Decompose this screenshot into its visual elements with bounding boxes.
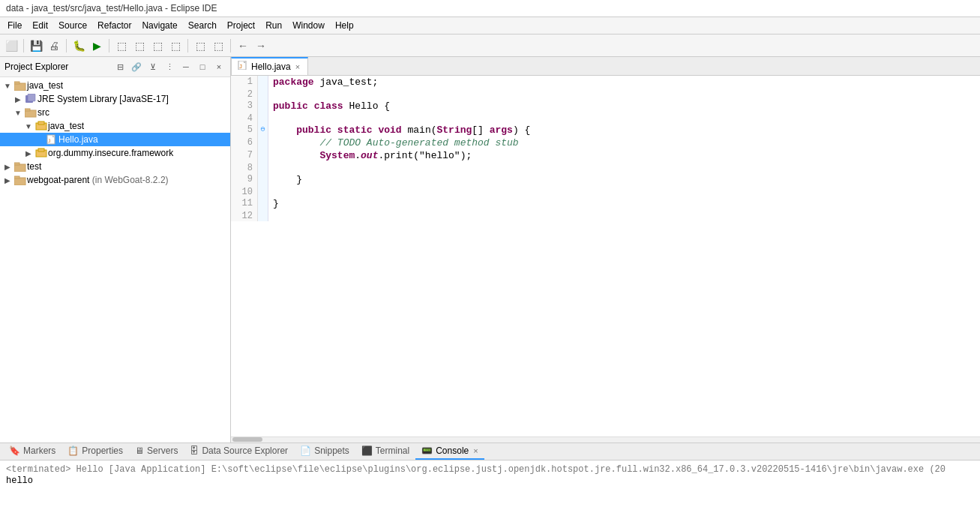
toolbar-debug[interactable]: 🐛: [70, 38, 87, 54]
toolbar-back[interactable]: ←: [235, 38, 251, 54]
code-editor[interactable]: 1package java_test;23public class Hello …: [231, 76, 980, 436]
explorer-maximize[interactable]: □: [196, 60, 209, 74]
line-number-8: 8: [231, 162, 258, 173]
toolbar-sep-1: [23, 39, 24, 52]
toolbar-run[interactable]: ▶: [88, 38, 105, 54]
svg-rect-12: [38, 148, 44, 152]
menu-item-project[interactable]: Project: [223, 19, 259, 32]
toolbar-btn-c[interactable]: ⬚: [149, 38, 166, 54]
tree-item-org_dummy[interactable]: ▶org.dummy.insecure.framework: [0, 146, 230, 160]
bottom-tabs: 🔖Markers📋Properties🖥Servers🗄Data Source …: [0, 443, 980, 460]
explorer-close[interactable]: ×: [212, 60, 226, 74]
svg-rect-7: [38, 122, 44, 124]
tab-close-hello_tab[interactable]: ×: [295, 62, 300, 71]
code-line-8: 8: [231, 162, 980, 173]
explorer-minimize[interactable]: ─: [179, 60, 193, 74]
bottom-tab-snippets[interactable]: 📄Snippets: [294, 443, 355, 460]
svg-rect-1: [14, 82, 19, 84]
line-marker-8: [258, 162, 268, 173]
menu-item-navigate[interactable]: Navigate: [137, 19, 181, 32]
line-code-6: // TODO Auto-generated method stub: [268, 136, 980, 149]
toolbar-btn-b[interactable]: ⬚: [131, 38, 148, 54]
code-line-1: 1package java_test;: [231, 76, 980, 88]
tree-item-java_test[interactable]: ▼java_test: [0, 79, 230, 92]
editor-scrollbar[interactable]: [231, 436, 980, 442]
toolbar-print[interactable]: 🖨: [46, 38, 62, 54]
bottom-tab-datasource[interactable]: 🗄Data Source Explorer: [184, 443, 294, 460]
line-number-11: 11: [231, 197, 258, 210]
bottom-tab-icon-terminal: ⬛: [361, 446, 373, 456]
line-marker-6: [258, 136, 268, 149]
toolbar-forward[interactable]: →: [253, 38, 269, 54]
console-terminated-line: <terminated> Hello [Java Application] E:…: [6, 464, 974, 475]
sidebar: Project Explorer ⊟ 🔗 ⊻ ⋮ ─ □ × ▼java_tes…: [0, 57, 231, 442]
toolbar-new[interactable]: ⬜: [3, 38, 19, 54]
tree-item-Hello_java[interactable]: JHello.java: [0, 133, 230, 146]
line-number-5: 5: [231, 124, 258, 136]
code-content: 1package java_test;23public class Hello …: [231, 76, 980, 221]
menu-item-window[interactable]: Window: [288, 19, 329, 32]
toolbar-btn-a[interactable]: ⬚: [113, 38, 130, 54]
tree-label-webgoat: webgoat-parent (in WebGoat-8.2.2): [27, 175, 169, 185]
bottom-tab-label-servers: Servers: [147, 446, 178, 456]
bottom-tab-terminal[interactable]: ⬛Terminal: [355, 443, 415, 460]
svg-rect-14: [14, 163, 19, 165]
code-line-9: 9 }: [231, 173, 980, 186]
line-code-5: public static void main(String[] args) {: [268, 124, 980, 136]
tree-item-webgoat[interactable]: ▶webgoat-parent (in WebGoat-8.2.2): [0, 173, 230, 187]
tree-icon-test: [13, 160, 27, 172]
bottom-tab-servers[interactable]: 🖥Servers: [129, 443, 184, 460]
bottom-tab-icon-datasource: 🗄: [190, 446, 199, 456]
tree-label-java_test_pkg: java_test: [48, 121, 84, 131]
code-line-4: 4: [231, 112, 980, 124]
bottom-tab-markers[interactable]: 🔖Markers: [3, 443, 61, 460]
bottom-tab-properties[interactable]: 📋Properties: [61, 443, 129, 460]
explorer-filter[interactable]: ⊻: [146, 60, 160, 74]
tree-icon-src: [24, 106, 37, 118]
tree-item-jre[interactable]: ▶JRE System Library [JavaSE-17]: [0, 92, 230, 106]
line-number-4: 4: [231, 112, 258, 124]
menu-item-help[interactable]: Help: [331, 19, 358, 32]
line-code-9: }: [268, 173, 980, 186]
tree-label-Hello_java: Hello.java: [58, 134, 98, 145]
svg-rect-16: [14, 176, 19, 178]
line-code-4: [268, 112, 980, 124]
line-marker-1: [258, 76, 268, 88]
menu-item-edit[interactable]: Edit: [28, 19, 52, 32]
explorer-collapse-all[interactable]: ⊟: [113, 60, 127, 74]
code-line-12: 12: [231, 210, 980, 221]
menu-item-search[interactable]: Search: [184, 19, 221, 32]
menu-item-run[interactable]: Run: [261, 19, 286, 32]
toolbar-btn-f[interactable]: ⬚: [210, 38, 226, 54]
toolbar-save[interactable]: 💾: [28, 38, 44, 54]
toolbar-btn-d[interactable]: ⬚: [167, 38, 184, 54]
explorer-link[interactable]: 🔗: [130, 60, 143, 74]
explorer-menu[interactable]: ⋮: [163, 60, 176, 74]
main-layout: Project Explorer ⊟ 🔗 ⊻ ⋮ ─ □ × ▼java_tes…: [0, 57, 980, 442]
line-code-11: }: [268, 197, 980, 210]
bottom-panel: 🔖Markers📋Properties🖥Servers🗄Data Source …: [0, 442, 980, 519]
tree-arrow-test: ▶: [1, 163, 13, 171]
code-line-7: 7 System.out.print("hello");: [231, 149, 980, 162]
code-line-6: 6 // TODO Auto-generated method stub: [231, 136, 980, 149]
editor-tab-hello_tab[interactable]: JHello.java×: [231, 57, 308, 75]
explorer-title: Project Explorer: [4, 62, 110, 72]
tree-icon-Hello_java: J: [45, 134, 58, 146]
title-bar: data - java_test/src/java_test/Hello.jav…: [0, 0, 980, 17]
menu-item-source[interactable]: Source: [54, 19, 91, 32]
tree-item-src[interactable]: ▼src: [0, 106, 230, 119]
menu-item-refactor[interactable]: Refactor: [93, 19, 136, 32]
menu-item-file[interactable]: File: [3, 19, 26, 32]
tree-arrow-java_test: ▼: [1, 82, 13, 90]
toolbar-sep-4: [187, 39, 188, 52]
line-marker-3: [258, 100, 268, 112]
bottom-tab-close-console[interactable]: ×: [473, 446, 478, 455]
tree-label-java_test: java_test: [27, 80, 63, 91]
tree-item-test[interactable]: ▶test: [0, 160, 230, 173]
line-marker-5: ⊖: [258, 124, 268, 136]
code-line-11: 11}: [231, 197, 980, 210]
toolbar-btn-e[interactable]: ⬚: [192, 38, 208, 54]
tree-item-java_test_pkg[interactable]: ▼java_test: [0, 119, 230, 133]
bottom-tab-console[interactable]: 📟Console×: [415, 443, 484, 460]
editor-tabs: JHello.java×: [231, 57, 980, 76]
